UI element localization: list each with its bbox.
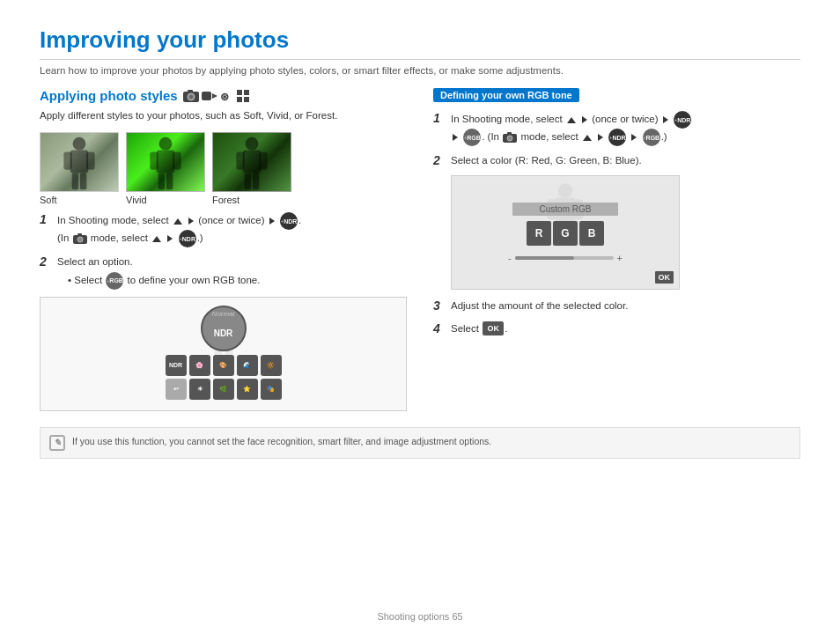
ndr-icon-r3: +NDR (608, 129, 626, 146)
menu-icon-3[interactable]: 🎨 (213, 355, 234, 376)
menu-icon-6[interactable]: ☀ (189, 379, 210, 400)
note-text: If you use this function, you cannot set… (72, 435, 491, 451)
inline-camera-icon-1 (73, 233, 87, 244)
svg-rect-28 (253, 173, 259, 190)
page-footer: Shooting options 65 (0, 611, 840, 622)
ndr-icon-r1: +NDR (674, 111, 691, 129)
photo-soft-image (40, 132, 119, 192)
svg-rect-1 (188, 90, 193, 92)
photo-vivid-image (126, 132, 205, 192)
svg-rect-24 (243, 151, 261, 173)
photo-vivid: Vivid (126, 132, 205, 205)
rgb-btn-g[interactable]: G (553, 221, 578, 246)
svg-rect-27 (245, 173, 251, 190)
ok-badge[interactable]: OK (655, 271, 674, 284)
rgb-slider-minus: - (508, 253, 512, 263)
arrow-icon-r1 (582, 116, 587, 123)
right-step3-content: Adjust the amount of the selected color. (451, 299, 800, 313)
menu-center-top-label: Normal (212, 310, 235, 318)
svg-point-40 (507, 136, 512, 141)
svg-rect-15 (72, 173, 78, 190)
svg-rect-13 (63, 152, 71, 170)
menu-icon-2[interactable]: 🌸 (189, 355, 210, 376)
svg-rect-30 (77, 233, 82, 236)
triangle-icon-1 (173, 218, 182, 225)
svg-rect-18 (157, 151, 174, 173)
right-step1-content: In Shooting mode, select (once or twice)… (451, 111, 800, 146)
left-column: Applying photo styles ⊛ Apply different … (40, 88, 407, 420)
rgb-btn-r[interactable]: R (527, 221, 551, 246)
svg-rect-26 (259, 152, 267, 170)
right-step3-num: 3 (433, 299, 446, 313)
svg-rect-4 (202, 92, 211, 100)
two-column-layout: Applying photo styles ⊛ Apply different … (40, 88, 800, 420)
photo-forest-label: Forest (212, 195, 239, 205)
photo-style-menu: Normal NDR NDR 🌸 🎨 🌊 🔆 ↩ ☀ (40, 297, 407, 411)
left-step1-content: In Shooting mode, select (once or twice)… (57, 212, 407, 247)
menu-icon-4[interactable]: 🌊 (237, 355, 258, 376)
menu-center-circle: Normal NDR (201, 306, 247, 351)
svg-rect-21 (158, 173, 165, 190)
photos-row: Soft Vivid (40, 132, 407, 205)
svg-rect-10 (244, 97, 249, 102)
svg-rect-25 (236, 152, 244, 170)
right-step2-content: Select a color (R: Red, G: Green, B: Blu… (451, 153, 800, 168)
right-step2: 2 Select a color (R: Red, G: Green, B: B… (433, 153, 800, 168)
note-icon-symbol: ✎ (54, 437, 61, 449)
right-step4-content: Select OK. (451, 321, 800, 336)
section-title-text: Applying photo styles (40, 88, 178, 103)
menu-icon-8[interactable]: ⭐ (237, 379, 258, 400)
right-step1-num: 1 (433, 111, 446, 146)
ndr-icon-2: +NDR (179, 230, 196, 247)
right-step4-num: 4 (433, 321, 446, 336)
right-step1: 1 In Shooting mode, select (once or twic… (433, 111, 800, 146)
svg-rect-20 (173, 152, 181, 170)
svg-point-23 (246, 137, 259, 151)
svg-rect-39 (507, 132, 512, 135)
photo-soft-label: Soft (40, 195, 57, 205)
rgb-slider-track[interactable] (515, 256, 614, 260)
menu-icons-row-2: ↩ ☀ 🌿 ⭐ 🎭 (166, 379, 282, 400)
svg-text:⊛: ⊛ (220, 91, 229, 102)
section-icons: ⊛ (183, 90, 251, 102)
triangle-icon-2 (152, 236, 161, 242)
svg-rect-12 (70, 151, 88, 173)
arrow-icon-r5 (631, 134, 637, 141)
rgb-slider-fill (515, 256, 574, 260)
menu-icon-7[interactable]: 🌿 (213, 379, 234, 400)
left-step2-text: Select an option. (57, 256, 133, 267)
svg-point-3 (189, 95, 193, 99)
left-step2: 2 Select an option. • Select +RGB to def… (40, 254, 407, 289)
svg-point-41 (558, 184, 572, 198)
photo-soft: Soft (40, 132, 119, 205)
arrow-icon-r2 (663, 116, 668, 123)
svg-rect-19 (150, 152, 158, 170)
triangle-icon-r2 (583, 135, 592, 141)
menu-back-btn[interactable]: ↩ (166, 379, 187, 400)
rgb-btn-b[interactable]: B (579, 221, 604, 246)
svg-point-31 (77, 237, 83, 242)
menu-center-ndr: NDR (214, 328, 233, 338)
ndr-icon-r2: +RGB (463, 129, 481, 146)
note-box: ✎ If you use this function, you cannot s… (40, 427, 800, 459)
menu-icon-9[interactable]: 🎭 (261, 379, 282, 400)
camera-icon (183, 90, 199, 102)
arrow-icon-r3 (453, 134, 458, 141)
menu-icon-1[interactable]: NDR (166, 355, 187, 376)
svg-point-11 (73, 137, 86, 151)
grid-icon (237, 90, 251, 102)
section-title-applying: Applying photo styles ⊛ (40, 88, 407, 103)
left-step2-content: Select an option. • Select +RGB to defin… (57, 254, 407, 289)
wifi-icon: ⊛ (220, 90, 234, 102)
rgb-preview-box: Custom RGB R G B - + OK (451, 175, 680, 290)
svg-marker-5 (212, 93, 217, 99)
right-step4: 4 Select OK. (433, 321, 800, 336)
right-step2-num: 2 (433, 153, 446, 168)
page-subtitle: Learn how to improve your photos by appl… (40, 65, 800, 76)
ndr-icon-rgb: +RGB (106, 272, 123, 290)
video-icon (202, 90, 217, 102)
svg-rect-8 (244, 90, 249, 95)
page-container: Improving your photos Learn how to impro… (0, 0, 840, 634)
menu-icon-5[interactable]: 🔆 (261, 355, 282, 376)
applying-body-text: Apply different styles to your photos, s… (40, 108, 407, 123)
